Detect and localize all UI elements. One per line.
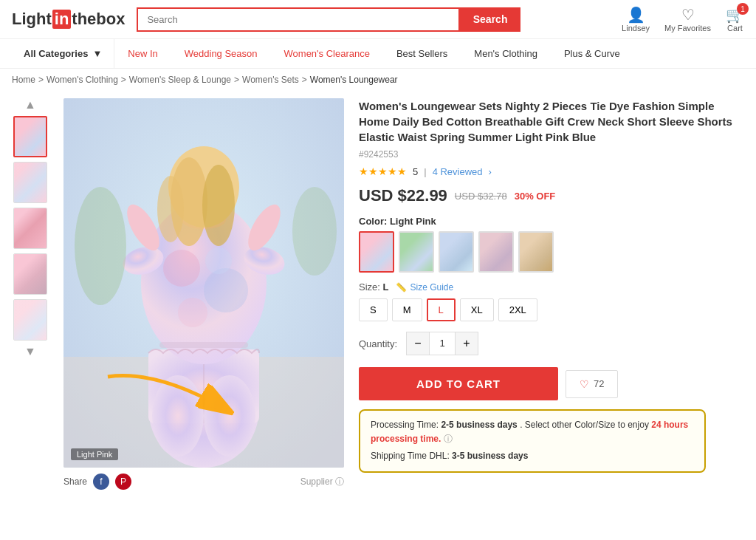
size-s[interactable]: S: [359, 298, 388, 321]
add-to-cart-button[interactable]: ADD TO CART: [359, 367, 558, 400]
reviewed-label[interactable]: 4 Reviewed: [433, 166, 483, 177]
wishlist-count: 72: [594, 378, 604, 389]
search-input[interactable]: [137, 7, 459, 32]
rating-row: ★★★★★ 5 | 4 Reviewed ›: [359, 165, 744, 177]
user-account[interactable]: 👤 Lindsey: [622, 6, 650, 33]
color-swatch-2[interactable]: [399, 231, 434, 273]
nav-womens-clearance[interactable]: Women's Clearance: [271, 39, 383, 68]
facebook-share[interactable]: f: [93, 474, 109, 490]
thumb-down[interactable]: ▼: [24, 345, 36, 358]
wishlist-button[interactable]: ♡ 72: [566, 370, 618, 398]
size-option: Size: L 📏 Size Guide S M L XL 2XL: [359, 281, 744, 321]
nav-mens-clothing[interactable]: Men's Clothing: [461, 39, 551, 68]
size-label: Size: L: [359, 281, 388, 293]
all-categories[interactable]: All Categories ▼: [12, 39, 114, 68]
shipping-time: 3-5 business days: [452, 451, 528, 461]
thumbnail-3[interactable]: [13, 208, 47, 249]
svg-point-6: [204, 375, 255, 457]
color-swatch-5[interactable]: [518, 231, 554, 273]
nav-plus-curve[interactable]: Plus & Curve: [551, 39, 633, 68]
user-label: Lindsey: [622, 24, 650, 33]
cart[interactable]: 🛒 1 Cart: [726, 6, 744, 33]
main-product-image: [63, 98, 344, 468]
pinterest-share[interactable]: P: [115, 474, 131, 490]
thumbnail-4[interactable]: [13, 253, 47, 295]
share-bar: Share f P Supplier ⓘ: [63, 474, 344, 490]
processing-info-box: Processing Time: 2-5 business days . Sel…: [359, 409, 706, 473]
price-original: USD $32.78: [455, 191, 507, 202]
shipping-label: Shipping Time DHL:: [371, 451, 450, 461]
svg-point-13: [178, 298, 207, 327]
color-label: Color: Light Pink: [359, 216, 744, 227]
quantity-control: − 1 +: [406, 332, 478, 355]
quantity-decrease[interactable]: −: [407, 332, 429, 355]
favorites-label: My Favorites: [664, 24, 711, 33]
svg-point-11: [163, 250, 200, 287]
logo-in: in: [52, 10, 72, 29]
svg-point-5: [152, 375, 204, 457]
color-swatch-4[interactable]: [478, 231, 514, 273]
nav-best-sellers[interactable]: Best Sellers: [383, 39, 461, 68]
header: Lightinthebox Search 👤 Lindsey ♡ My Favo…: [0, 0, 756, 39]
thumb-up[interactable]: ▲: [24, 98, 36, 112]
color-option: Color: Light Pink: [359, 216, 744, 273]
breadcrumb-womens-sets[interactable]: Women's Sets: [242, 75, 299, 85]
thumbnail-1[interactable]: [13, 116, 47, 157]
thumbnail-2[interactable]: [13, 162, 47, 203]
processing-time-row: Processing Time: 2-5 business days . Sel…: [371, 418, 694, 446]
svg-point-14: [205, 247, 232, 274]
logo[interactable]: Lightinthebox: [12, 10, 125, 29]
all-categories-label: All Categories: [24, 48, 88, 59]
price-main: USD $22.99: [359, 186, 447, 205]
svg-rect-21: [159, 342, 248, 348]
image-label: Light Pink: [71, 448, 118, 460]
breadcrumb-home[interactable]: Home: [12, 75, 35, 85]
size-label-row: Size: L 📏 Size Guide: [359, 281, 744, 293]
processing-label: Processing Time:: [371, 420, 439, 430]
shipping-time-row: Shipping Time DHL: 3-5 business days: [371, 449, 694, 463]
nav-new-in[interactable]: New In: [114, 39, 171, 68]
ruler-icon: 📏: [396, 282, 407, 293]
svg-point-12: [204, 268, 248, 312]
header-actions: 👤 Lindsey ♡ My Favorites 🛒 1 Cart: [622, 6, 744, 33]
product-container: ▲ ▼: [0, 91, 756, 497]
color-swatches: [359, 231, 744, 273]
heart-icon: ♡: [580, 378, 589, 390]
svg-point-18: [157, 176, 184, 242]
product-info: Women's Loungewear Sets Nighty 2 Pieces …: [359, 98, 744, 490]
search-button[interactable]: Search: [460, 7, 521, 32]
svg-point-17: [202, 165, 235, 246]
size-m[interactable]: M: [392, 298, 422, 321]
nav-wedding-season[interactable]: Wedding Season: [171, 39, 271, 68]
product-sku: #9242553: [359, 149, 744, 160]
quantity-row: Quantity: − 1 +: [359, 332, 744, 355]
supplier-link[interactable]: Supplier ⓘ: [300, 476, 344, 488]
breadcrumb-womens-clothing[interactable]: Women's Clothing: [47, 75, 118, 85]
processing-time: 2-5 business days: [441, 420, 517, 430]
logo-thebox: thebox: [72, 10, 125, 29]
price-row: USD $22.99 USD $32.78 30% OFF: [359, 186, 744, 205]
main-image-wrap: Light Pink Share f P Supplier ⓘ: [63, 98, 344, 490]
size-guide-link[interactable]: 📏 Size Guide: [396, 282, 453, 293]
search-bar: Search: [137, 7, 520, 32]
size-2xl[interactable]: 2XL: [498, 298, 537, 321]
favorites[interactable]: ♡ My Favorites: [664, 6, 711, 33]
cart-label: Cart: [727, 24, 743, 33]
breadcrumb-sleep-lounge[interactable]: Women's Sleep & Lounge: [129, 75, 231, 85]
color-swatch-1[interactable]: [359, 231, 394, 273]
info-icon[interactable]: ⓘ: [444, 434, 453, 444]
color-swatch-3[interactable]: [439, 231, 474, 273]
quantity-value: 1: [429, 332, 456, 355]
svg-point-23: [292, 187, 337, 276]
size-buttons: S M L XL 2XL: [359, 298, 744, 321]
breadcrumb: Home > Women's Clothing > Women's Sleep …: [0, 69, 756, 91]
user-icon: 👤: [627, 6, 645, 24]
rating-number: 5: [413, 166, 418, 177]
size-l[interactable]: L: [427, 298, 456, 321]
quantity-increase[interactable]: +: [456, 332, 478, 355]
thumbnail-5[interactable]: [13, 299, 47, 341]
star-rating: ★★★★★: [359, 165, 407, 177]
cart-badge: 1: [737, 3, 749, 15]
svg-point-22: [75, 187, 126, 305]
size-xl[interactable]: XL: [460, 298, 494, 321]
